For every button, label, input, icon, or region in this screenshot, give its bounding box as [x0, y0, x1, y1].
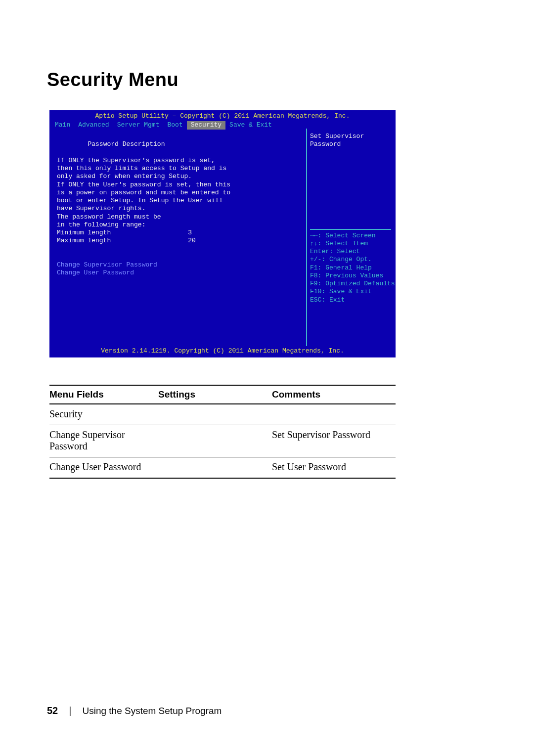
col-menu-fields: Menu Fields — [49, 385, 158, 404]
cell-comments — [272, 404, 396, 425]
bios-tab-main: Main — [51, 121, 74, 129]
bios-right-panel: Set Supervisor Password →←: Select Scree… — [306, 129, 394, 346]
page-title: Security Menu — [47, 69, 487, 90]
bios-key-help: →←: Select Screen ↑↓: Select Item Enter:… — [310, 232, 391, 304]
bios-tab-server-mgmt: Server Mgmt — [113, 121, 164, 129]
table-row: Security — [49, 404, 396, 425]
bios-tab-advanced: Advanced — [74, 121, 113, 129]
bios-footer: Version 2.14.1219. Copyright (C) 2011 Am… — [51, 346, 394, 356]
col-settings: Settings — [158, 385, 272, 404]
cell-comments: Set Supervisor Password — [272, 425, 396, 457]
bios-tab-security: Security — [187, 121, 225, 129]
cell-field: Change User Password — [49, 457, 158, 479]
cell-field: Change Supervisor Password — [49, 425, 158, 457]
chapter-name: Using the System Setup Program — [82, 706, 222, 716]
bios-header: Aptio Setup Utility – Copyright (C) 2011… — [51, 112, 394, 129]
document-page: Security Menu Aptio Setup Utility – Copy… — [0, 0, 534, 756]
table-row: Change User PasswordSet User Password — [49, 457, 396, 479]
cell-settings — [158, 425, 272, 457]
cell-field: Security — [49, 404, 158, 425]
bios-tab-boot: Boot — [163, 121, 186, 129]
menu-fields-table: Menu Fields Settings Comments SecurityCh… — [49, 385, 396, 479]
bios-password-description: Password Description If ONLY the Supervi… — [57, 140, 230, 244]
bios-help-title: Set Supervisor Password — [310, 133, 391, 149]
table-header-row: Menu Fields Settings Comments — [49, 385, 396, 404]
bios-left-panel: Password Description If ONLY the Supervi… — [51, 129, 306, 346]
cell-settings — [158, 404, 272, 425]
cell-comments: Set User Password — [272, 457, 396, 479]
page-footer: 52 | Using the System Setup Program — [47, 705, 222, 716]
bios-body: Password Description If ONLY the Supervi… — [51, 129, 394, 346]
footer-divider: | — [69, 705, 71, 716]
cell-settings — [158, 457, 272, 479]
col-comments: Comments — [272, 385, 396, 404]
table-row: Change Supervisor PasswordSet Supervisor… — [49, 425, 396, 457]
bios-menubar: MainAdvancedServer MgmtBootSecuritySave … — [51, 121, 394, 129]
bios-tab-save-exit: Save & Exit — [225, 121, 276, 129]
bios-menu-items: Change Supervisor Password Change User P… — [57, 261, 157, 276]
page-number: 52 — [47, 705, 58, 716]
bios-title: Aptio Setup Utility – Copyright (C) 2011… — [51, 112, 394, 120]
bios-divider — [310, 229, 391, 230]
bios-screenshot: Aptio Setup Utility – Copyright (C) 2011… — [49, 110, 396, 357]
